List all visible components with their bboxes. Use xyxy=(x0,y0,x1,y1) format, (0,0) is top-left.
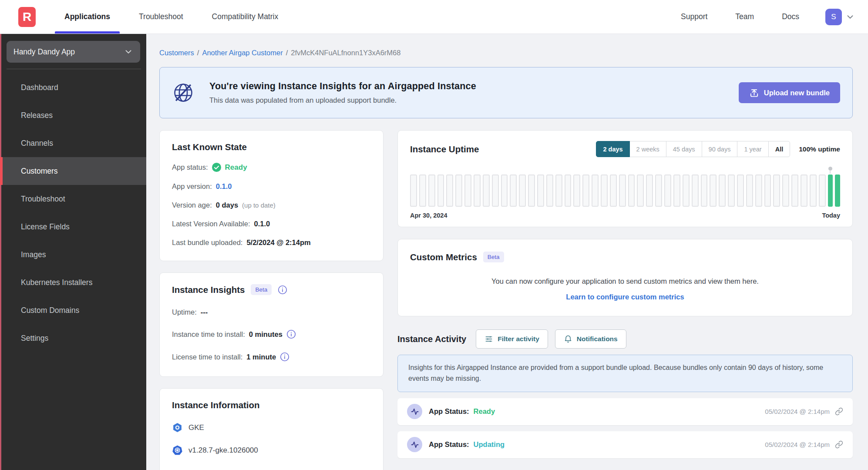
uptime-bar-empty[interactable] xyxy=(746,175,753,207)
uptime-bar-empty[interactable] xyxy=(528,175,535,207)
uptime-bar-empty[interactable] xyxy=(710,175,717,207)
uptime-bar-empty[interactable] xyxy=(519,175,526,207)
uptime-bar-empty[interactable] xyxy=(419,175,426,207)
configure-custom-metrics-link[interactable]: Learn to configure custom metrics xyxy=(410,293,840,301)
uptime-bar-empty[interactable] xyxy=(537,175,544,207)
custom-metrics-title: Custom Metrics xyxy=(410,252,477,262)
filter-activity-button[interactable]: Filter activity xyxy=(476,329,548,349)
nav-docs[interactable]: Docs xyxy=(780,12,801,21)
uptime-bar-empty[interactable] xyxy=(810,175,817,207)
uptime-bar-empty[interactable] xyxy=(492,175,499,207)
uptime-bar-empty[interactable] xyxy=(673,175,680,207)
notifications-button[interactable]: Notifications xyxy=(555,329,626,349)
uptime-bar-empty[interactable] xyxy=(565,175,572,207)
sidebar-item-settings[interactable]: Settings xyxy=(1,324,146,352)
uptime-bar-empty[interactable] xyxy=(592,175,599,207)
chevron-down-icon xyxy=(124,47,133,57)
uptime-bar-empty[interactable] xyxy=(683,175,690,207)
app-selector-dropdown[interactable]: Handy Dandy App xyxy=(7,41,140,63)
nav-compatibility-matrix[interactable]: Compatibility Matrix xyxy=(210,0,280,34)
uptime-bar-empty[interactable] xyxy=(664,175,671,207)
uptime-bar-empty[interactable] xyxy=(791,175,798,207)
account-menu[interactable]: S xyxy=(825,9,855,25)
uptime-bar-chart[interactable] xyxy=(410,175,840,207)
uptime-bar-empty[interactable] xyxy=(501,175,508,207)
left-column: Last Known State App status: Ready App v… xyxy=(159,130,384,470)
range-2-weeks[interactable]: 2 weeks xyxy=(629,141,666,157)
sidebar-item-troubleshoot[interactable]: Troubleshoot xyxy=(1,185,146,213)
uptime-bar-empty[interactable] xyxy=(646,175,653,207)
upload-new-bundle-button[interactable]: Upload new bundle xyxy=(739,82,840,103)
right-column: Instance Uptime 2 days 2 weeks 45 days 9… xyxy=(397,130,853,458)
uptime-bar-empty[interactable] xyxy=(619,175,626,207)
nav-applications[interactable]: Applications xyxy=(63,0,112,34)
info-icon[interactable] xyxy=(286,329,296,339)
uptime-row: Uptime: --- xyxy=(172,308,371,316)
breadcrumb-customers[interactable]: Customers xyxy=(159,49,194,57)
uptime-bar-up[interactable] xyxy=(835,175,840,207)
uptime-bar-empty[interactable] xyxy=(728,175,735,207)
filter-sliders-icon xyxy=(484,335,493,343)
avatar[interactable]: S xyxy=(825,9,842,25)
uptime-bar-empty[interactable] xyxy=(455,175,462,207)
nav-support[interactable]: Support xyxy=(679,12,709,21)
range-2-days[interactable]: 2 days xyxy=(596,141,629,157)
uptime-bar-empty[interactable] xyxy=(601,175,608,207)
app-version-link[interactable]: 0.1.0 xyxy=(216,182,232,191)
uptime-bar-empty[interactable] xyxy=(637,175,644,207)
uptime-bar-empty[interactable] xyxy=(692,175,699,207)
uptime-bar-empty[interactable] xyxy=(755,175,762,207)
replicated-logo[interactable]: R xyxy=(18,7,36,27)
uptime-bar-empty[interactable] xyxy=(801,175,807,207)
permalink-icon[interactable] xyxy=(835,440,843,449)
nav-troubleshoot[interactable]: Troubleshoot xyxy=(137,0,185,34)
sidebar-item-releases[interactable]: Releases xyxy=(1,101,146,129)
uptime-bar-empty[interactable] xyxy=(773,175,780,207)
uptime-bar-empty[interactable] xyxy=(582,175,589,207)
uptime-bar-empty[interactable] xyxy=(428,175,435,207)
uptime-bar-up[interactable] xyxy=(828,175,833,207)
uptime-bar-empty[interactable] xyxy=(410,175,417,207)
uptime-bar-empty[interactable] xyxy=(610,175,617,207)
uptime-bar-empty[interactable] xyxy=(510,175,517,207)
sidebar-item-images[interactable]: Images xyxy=(1,241,146,269)
uptime-bar-empty[interactable] xyxy=(464,175,471,207)
uptime-bar-empty[interactable] xyxy=(628,175,635,207)
range-45-days[interactable]: 45 days xyxy=(666,141,702,157)
sidebar-item-custom-domains[interactable]: Custom Domains xyxy=(1,296,146,324)
info-icon[interactable] xyxy=(278,285,287,295)
uptime-bar-empty[interactable] xyxy=(555,175,562,207)
uptime-bar-empty[interactable] xyxy=(782,175,789,207)
version-age-suffix: (up to date) xyxy=(242,201,276,209)
range-90-days[interactable]: 90 days xyxy=(702,141,738,157)
uptime-bar-empty[interactable] xyxy=(474,175,481,207)
info-icon[interactable] xyxy=(280,352,289,362)
uptime-bar-empty[interactable] xyxy=(483,175,490,207)
beta-badge: Beta xyxy=(251,284,272,295)
sidebar-divider xyxy=(7,69,141,69)
uptime-bar-empty[interactable] xyxy=(701,175,708,207)
sidebar-item-customers[interactable]: Customers xyxy=(1,157,146,185)
uptime-bar-empty[interactable] xyxy=(737,175,744,207)
event-status: Updating xyxy=(474,440,505,449)
uptime-bar-empty[interactable] xyxy=(719,175,726,207)
uptime-bar-empty[interactable] xyxy=(819,175,826,207)
sidebar-item-kubernetes-installers[interactable]: Kubernetes Installers xyxy=(1,269,146,296)
sidebar-item-license-fields[interactable]: License Fields xyxy=(1,213,146,241)
activity-event-row[interactable]: App Status: Updating 05/02/2024 @ 2:14pm xyxy=(397,431,853,458)
uptime-bar-empty[interactable] xyxy=(655,175,662,207)
nav-team[interactable]: Team xyxy=(733,12,756,21)
range-all[interactable]: All xyxy=(768,141,791,157)
sidebar-item-dashboard[interactable]: Dashboard xyxy=(1,74,146,101)
range-1-year[interactable]: 1 year xyxy=(737,141,768,157)
breadcrumb-customer-name[interactable]: Another Airgap Customer xyxy=(202,49,283,57)
activity-event-row[interactable]: App Status: Ready 05/02/2024 @ 2:14pm xyxy=(397,398,853,425)
event-status: Ready xyxy=(474,407,495,416)
uptime-bar-empty[interactable] xyxy=(546,175,553,207)
uptime-bar-empty[interactable] xyxy=(764,175,771,207)
uptime-bar-empty[interactable] xyxy=(446,175,453,207)
uptime-bar-empty[interactable] xyxy=(437,175,444,207)
sidebar-item-channels[interactable]: Channels xyxy=(1,129,146,157)
permalink-icon[interactable] xyxy=(835,407,843,416)
uptime-bar-empty[interactable] xyxy=(573,175,580,207)
